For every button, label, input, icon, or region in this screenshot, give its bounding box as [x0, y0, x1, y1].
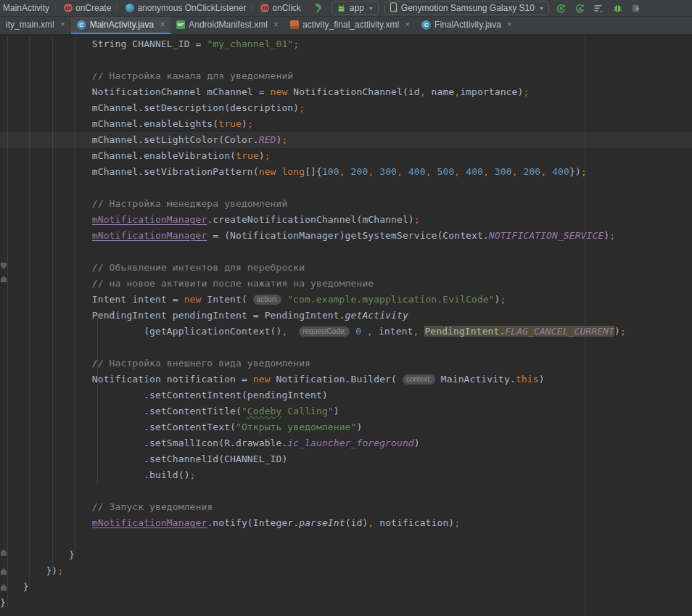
run-config-label: app [350, 3, 364, 13]
breadcrumb-separator: 〉 [52, 3, 61, 13]
java-class-icon: C [421, 20, 431, 30]
method-icon: m [260, 4, 269, 12]
tab-bar: ity_main.xml×CMainActivity.java×MFAndroi… [0, 17, 692, 36]
code-line [0, 340, 692, 356]
svg-text:A: A [578, 5, 582, 12]
editor-tab[interactable]: ity_main.xml× [0, 17, 71, 35]
code-line: // Настройка менеджера уведомлений [0, 196, 692, 212]
code-line: // Настройка внешнего вида уведомления [0, 356, 692, 371]
editor-tab[interactable]: MFAndroidManifest.xml× [170, 17, 284, 35]
debug-icon[interactable] [611, 1, 625, 15]
breadcrumb-label: onClick [272, 3, 300, 13]
code-line [0, 244, 692, 260]
tab-label: FinalActtivity.java [434, 20, 501, 30]
main-toolbar: MainActivity〉monCreate〉anonymous OnClick… [0, 0, 692, 17]
breadcrumb-label: onCreate [75, 3, 111, 13]
code-line [0, 531, 692, 547]
code-line: }); [0, 563, 692, 579]
breadcrumb-separator: 〉 [249, 3, 258, 13]
apply-code-changes-icon[interactable] [593, 1, 606, 15]
editor-tab[interactable]: CMainActivity.java× [71, 17, 171, 35]
layout-file-icon [290, 20, 299, 29]
close-tab-icon[interactable]: × [405, 20, 410, 30]
phone-icon [390, 2, 398, 15]
code-line: .setSmallIcon(R.drawable.ic_launcher_for… [0, 435, 692, 451]
code-line: .setContentTitle("Codeby Calling") [0, 403, 692, 419]
tab-label: ity_main.xml [6, 20, 54, 30]
code-line: mChannel.enableLights(true); [0, 116, 692, 132]
code-line: (getApplicationContext(), requestCode: 0… [0, 324, 692, 340]
code-line: } [0, 595, 692, 611]
breadcrumb-item[interactable]: monClick [260, 3, 300, 13]
close-tab-icon[interactable]: × [160, 20, 165, 30]
code-line: .build(); [0, 467, 692, 483]
breadcrumb-item[interactable]: MainActivity [3, 3, 49, 13]
code-line: .setContentIntent(pendingIntent) [0, 387, 692, 403]
method-icon: m [64, 4, 73, 12]
close-tab-icon[interactable]: × [273, 20, 279, 30]
code-area[interactable]: String CHANNEL_ID = "my_channel_01"; // … [0, 34, 692, 611]
code-line: // Обьявление интентов для переброски [0, 260, 692, 276]
breadcrumb-label: MainActivity [3, 3, 49, 13]
java-class-icon: C [77, 20, 86, 30]
tab-label: MainActivity.java [90, 20, 154, 30]
code-line: mChannel.setDescription(description); [0, 100, 692, 116]
code-line: Notification notification = new Notifica… [0, 371, 692, 387]
code-line [0, 180, 692, 196]
breadcrumb: MainActivity〉monCreate〉anonymous OnClick… [3, 3, 301, 13]
tab-label: activity_final_acttivity.xml [302, 20, 399, 30]
code-line [0, 52, 692, 68]
rerun-icon[interactable] [555, 1, 568, 15]
close-tab-icon[interactable]: × [60, 20, 65, 30]
chevron-down-icon: ▼ [368, 6, 374, 11]
profile-icon[interactable] [630, 1, 643, 15]
code-line: String CHANNEL_ID = "my_channel_01"; [0, 36, 692, 52]
code-line: mNotificationManager.createNotificationC… [0, 212, 692, 228]
tab-label: AndroidManifest.xml [189, 20, 268, 30]
code-line: mChannel.enableVibration(true); [0, 148, 692, 164]
code-line: Intent intent = new Intent( action: "com… [0, 292, 692, 308]
editor-tab[interactable]: CFinalActtivity.java× [416, 17, 518, 35]
android-studio-window: MainActivity〉monCreate〉anonymous OnClick… [0, 0, 692, 616]
toolbar-actions: app ▼ Genymotion Samsung Galaxy S10 ▼ [313, 1, 643, 15]
breadcrumb-label: anonymous OnClickListener [137, 3, 246, 13]
code-line: } [0, 579, 692, 595]
code-line: mNotificationManager = (NotificationMana… [0, 228, 692, 244]
code-line: } [0, 547, 692, 563]
code-line: NotificationChannel mChannel = new Notif… [0, 84, 692, 100]
code-line [0, 483, 692, 499]
code-line: PendingIntent pendingIntent = PendingInt… [0, 308, 692, 324]
code-line: mNotificationManager.notify(Integer.pars… [0, 515, 692, 531]
android-icon [337, 4, 346, 13]
code-line: .setChannelId(CHANNEL_ID) [0, 451, 692, 467]
editor-tab[interactable]: activity_final_acttivity.xml× [284, 17, 416, 35]
code-line: mChannel.setLightColor(Color.RED); [0, 132, 692, 148]
code-line: // Запуск уведомления [0, 499, 692, 515]
breadcrumb-separator: 〉 [114, 3, 123, 13]
manifest-file-icon: MF [176, 20, 185, 29]
device-label: Genymotion Samsung Galaxy S10 [401, 3, 535, 13]
chevron-down-icon: ▼ [539, 6, 544, 11]
code-line: .setContentText("Открыть уведомление") [0, 419, 692, 435]
code-line: mChannel.setVibrationPattern(new long[]{… [0, 164, 692, 180]
code-line: // на новое активити после нажатия на ув… [0, 276, 692, 292]
close-tab-icon[interactable]: × [507, 20, 512, 30]
code-line: // Настройка канала для уведомлений [0, 68, 692, 84]
device-selector[interactable]: Genymotion Samsung Galaxy S10 ▼ [384, 1, 549, 15]
build-hammer-icon[interactable] [313, 1, 326, 15]
apply-changes-icon[interactable]: A [574, 1, 587, 15]
editor[interactable]: String CHANNEL_ID = "my_channel_01"; // … [0, 34, 692, 616]
anonymous-class-icon [125, 4, 134, 12]
run-config-selector[interactable]: app ▼ [331, 1, 379, 15]
breadcrumb-item[interactable]: anonymous OnClickListener [125, 3, 246, 13]
breadcrumb-item[interactable]: monCreate [64, 3, 111, 13]
